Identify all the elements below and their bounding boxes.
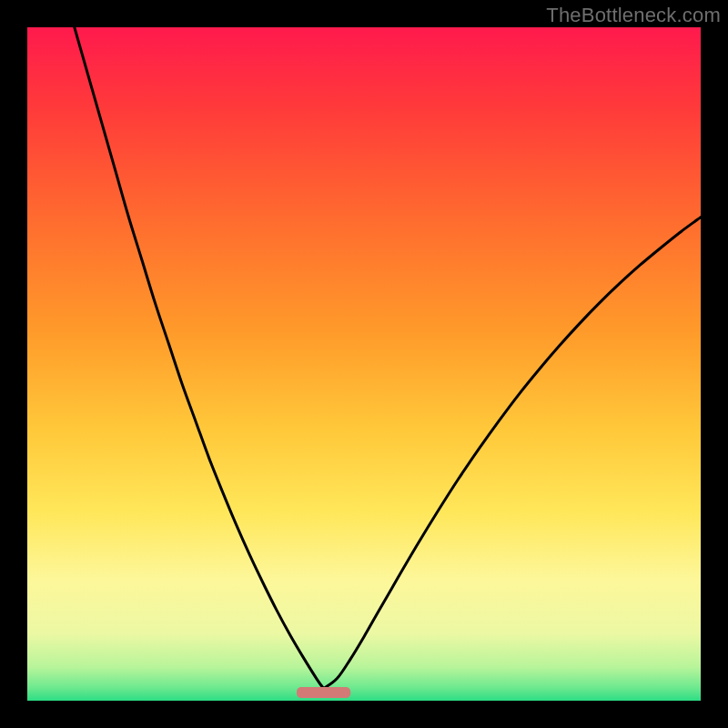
bottleneck-curve-plot <box>27 27 701 701</box>
chart-frame: TheBottleneck.com <box>0 0 728 728</box>
watermark-text: TheBottleneck.com <box>546 4 721 27</box>
optimum-marker <box>297 687 350 698</box>
gradient-background <box>27 27 701 701</box>
plot-area <box>27 27 701 701</box>
